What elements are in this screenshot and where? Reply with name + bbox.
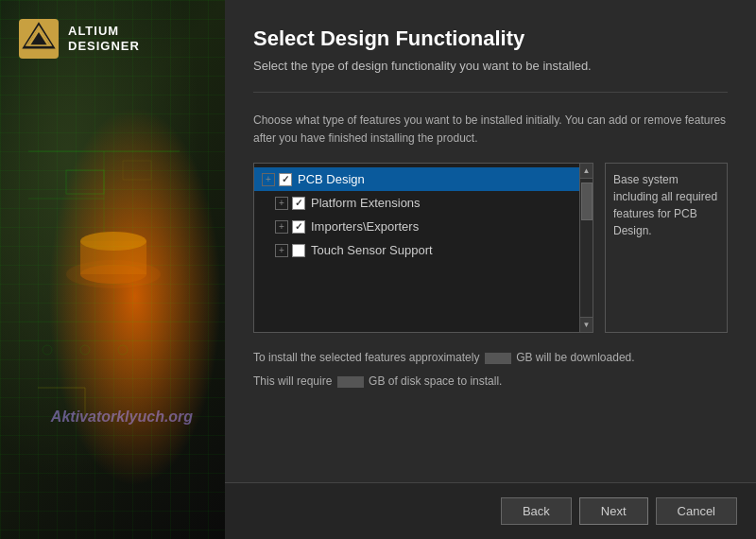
download-size-placeholder bbox=[485, 353, 511, 364]
install-info-2: This will require GB of disk space to in… bbox=[253, 372, 728, 391]
checkbox-pcb[interactable] bbox=[279, 173, 292, 186]
feature-item-platform-ext[interactable]: + Platform Extensions bbox=[254, 191, 593, 215]
feature-label-pcb: PCB Design bbox=[298, 172, 365, 186]
bottom-bar: Back Next Cancel bbox=[225, 482, 756, 539]
altium-logo-icon bbox=[19, 19, 59, 59]
cancel-button[interactable]: Cancel bbox=[656, 497, 737, 525]
expand-icon-importers: + bbox=[275, 220, 288, 234]
feature-label-touch: Touch Sensor Support bbox=[311, 243, 433, 257]
scroll-down-button[interactable]: ▼ bbox=[580, 317, 593, 332]
feature-item-pcb-design[interactable]: + PCB Design bbox=[254, 167, 593, 191]
left-panel: ALTIUM DESIGNER Aktivatorklyuch.org bbox=[0, 0, 225, 539]
scroll-up-button[interactable]: ▲ bbox=[580, 164, 593, 179]
expand-icon-platform: + bbox=[275, 197, 288, 210]
back-button[interactable]: Back bbox=[501, 497, 572, 525]
page-subtitle: Select the type of design functionality … bbox=[253, 59, 728, 73]
feature-label-platform: Platform Extensions bbox=[311, 196, 421, 210]
scrollbar-track: ▲ ▼ bbox=[579, 164, 593, 332]
svg-point-8 bbox=[66, 260, 161, 288]
checkbox-touch[interactable] bbox=[292, 244, 305, 257]
install-info-line2: GB will be downloaded. bbox=[516, 351, 634, 364]
install-info-line4: GB of disk space to install. bbox=[369, 374, 502, 388]
install-info-line3: This will require bbox=[253, 374, 332, 388]
feature-container: + PCB Design + Platform Extensions + bbox=[253, 163, 728, 333]
separator bbox=[253, 92, 728, 93]
altium-label: ALTIUM bbox=[68, 24, 140, 39]
install-info-line1: To install the selected features approxi… bbox=[253, 351, 479, 364]
feature-list-wrapper: + PCB Design + Platform Extensions + bbox=[253, 163, 593, 333]
svg-point-13 bbox=[118, 345, 128, 355]
description-text: Choose what type of features you want to… bbox=[253, 112, 728, 148]
install-info: To install the selected features approxi… bbox=[253, 348, 728, 367]
feature-label-importers: Importers\Exporters bbox=[311, 219, 419, 234]
svg-point-7 bbox=[80, 232, 146, 251]
designer-label: DESIGNER bbox=[68, 39, 140, 54]
feature-item-importers[interactable]: + Importers\Exporters bbox=[254, 215, 593, 238]
page-title: Select Design Functionality bbox=[253, 26, 728, 51]
pcb-decoration bbox=[9, 57, 217, 435]
svg-rect-3 bbox=[66, 170, 104, 194]
checkbox-platform[interactable] bbox=[292, 197, 305, 210]
description-panel-text: Base system including all required featu… bbox=[613, 173, 717, 237]
next-button[interactable]: Next bbox=[579, 497, 648, 525]
logo-text: ALTIUM DESIGNER bbox=[68, 24, 140, 53]
checkbox-importers[interactable] bbox=[292, 220, 305, 234]
right-panel: Select Design Functionality Select the t… bbox=[225, 0, 756, 539]
logo-area: ALTIUM DESIGNER bbox=[19, 19, 140, 59]
expand-icon-pcb: + bbox=[262, 173, 275, 186]
disk-size-placeholder bbox=[337, 376, 364, 388]
expand-icon-touch: + bbox=[275, 244, 288, 257]
content-area: Select Design Functionality Select the t… bbox=[225, 0, 756, 482]
description-panel: Base system including all required featu… bbox=[605, 163, 728, 333]
svg-point-11 bbox=[43, 345, 52, 355]
scrollbar-thumb[interactable] bbox=[581, 183, 593, 220]
svg-rect-4 bbox=[123, 161, 151, 180]
svg-point-12 bbox=[80, 345, 90, 355]
feature-item-touch[interactable]: + Touch Sensor Support bbox=[254, 238, 593, 262]
feature-list: + PCB Design + Platform Extensions + bbox=[254, 164, 593, 332]
